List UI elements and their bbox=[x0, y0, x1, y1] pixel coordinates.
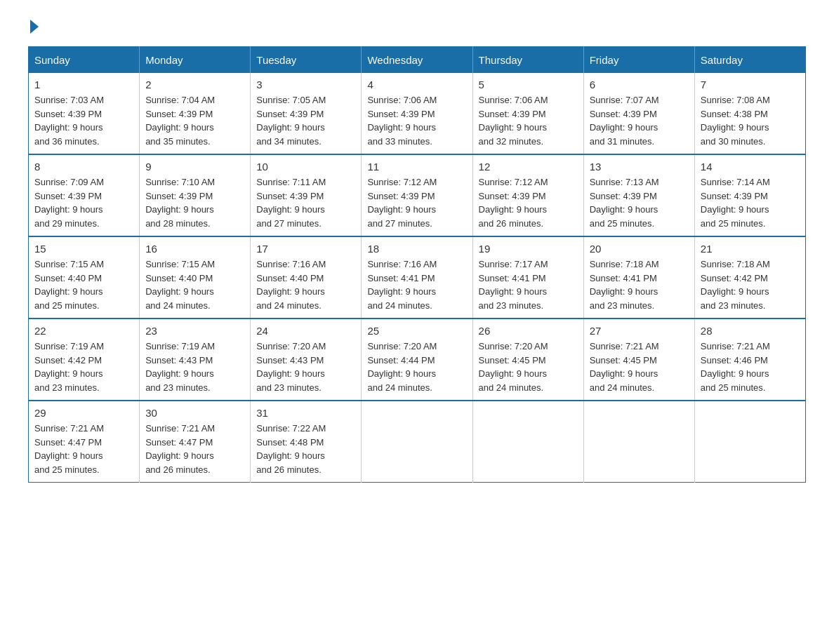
day-info: Sunrise: 7:21 AM Sunset: 4:45 PM Dayligh… bbox=[590, 340, 689, 394]
day-number: 7 bbox=[701, 79, 800, 90]
day-number: 18 bbox=[367, 243, 466, 255]
day-info: Sunrise: 7:15 AM Sunset: 4:40 PM Dayligh… bbox=[34, 257, 133, 312]
day-info: Sunrise: 7:20 AM Sunset: 4:44 PM Dayligh… bbox=[367, 340, 466, 394]
calendar-day-cell: 8 Sunrise: 7:09 AM Sunset: 4:39 PM Dayli… bbox=[29, 154, 140, 236]
calendar-day-cell bbox=[694, 401, 805, 483]
day-number: 14 bbox=[701, 161, 800, 173]
day-number: 17 bbox=[256, 243, 355, 255]
day-number: 30 bbox=[145, 407, 244, 419]
day-number: 19 bbox=[479, 243, 578, 255]
day-info: Sunrise: 7:09 AM Sunset: 4:39 PM Dayligh… bbox=[34, 175, 133, 230]
calendar-day-cell: 30 Sunrise: 7:21 AM Sunset: 4:47 PM Dayl… bbox=[140, 401, 251, 483]
calendar-day-cell: 19 Sunrise: 7:17 AM Sunset: 4:41 PM Dayl… bbox=[472, 236, 583, 318]
calendar-day-cell bbox=[362, 401, 472, 483]
day-number: 3 bbox=[256, 79, 355, 90]
day-info: Sunrise: 7:11 AM Sunset: 4:39 PM Dayligh… bbox=[256, 175, 355, 230]
calendar-day-cell: 23 Sunrise: 7:19 AM Sunset: 4:43 PM Dayl… bbox=[140, 318, 251, 401]
calendar-day-cell: 20 Sunrise: 7:18 AM Sunset: 4:41 PM Dayl… bbox=[583, 236, 694, 318]
calendar-day-cell: 6 Sunrise: 7:07 AM Sunset: 4:39 PM Dayli… bbox=[583, 73, 694, 154]
day-info: Sunrise: 7:07 AM Sunset: 4:39 PM Dayligh… bbox=[590, 93, 689, 148]
calendar-day-cell: 2 Sunrise: 7:04 AM Sunset: 4:39 PM Dayli… bbox=[140, 73, 251, 154]
day-info: Sunrise: 7:19 AM Sunset: 4:42 PM Dayligh… bbox=[34, 340, 133, 394]
calendar-day-cell: 9 Sunrise: 7:10 AM Sunset: 4:39 PM Dayli… bbox=[140, 154, 251, 236]
calendar-day-cell: 14 Sunrise: 7:14 AM Sunset: 4:39 PM Dayl… bbox=[694, 154, 805, 236]
day-number: 8 bbox=[34, 161, 133, 173]
day-info: Sunrise: 7:15 AM Sunset: 4:40 PM Dayligh… bbox=[145, 257, 244, 312]
calendar-day-cell: 13 Sunrise: 7:13 AM Sunset: 4:39 PM Dayl… bbox=[583, 154, 694, 236]
day-info: Sunrise: 7:21 AM Sunset: 4:47 PM Dayligh… bbox=[145, 422, 244, 476]
calendar-week-row: 15 Sunrise: 7:15 AM Sunset: 4:40 PM Dayl… bbox=[29, 236, 806, 318]
day-number: 23 bbox=[145, 325, 244, 337]
day-info: Sunrise: 7:20 AM Sunset: 4:43 PM Dayligh… bbox=[256, 340, 355, 394]
calendar-day-cell: 4 Sunrise: 7:06 AM Sunset: 4:39 PM Dayli… bbox=[362, 73, 472, 154]
day-number: 2 bbox=[145, 79, 244, 90]
day-info: Sunrise: 7:05 AM Sunset: 4:39 PM Dayligh… bbox=[256, 93, 355, 148]
calendar-day-cell: 10 Sunrise: 7:11 AM Sunset: 4:39 PM Dayl… bbox=[251, 154, 362, 236]
calendar-day-cell: 27 Sunrise: 7:21 AM Sunset: 4:45 PM Dayl… bbox=[583, 318, 694, 401]
day-number: 26 bbox=[479, 325, 578, 337]
calendar-day-cell: 31 Sunrise: 7:22 AM Sunset: 4:48 PM Dayl… bbox=[251, 401, 362, 483]
day-number: 28 bbox=[701, 325, 800, 337]
calendar-day-cell: 28 Sunrise: 7:21 AM Sunset: 4:46 PM Dayl… bbox=[694, 318, 805, 401]
day-info: Sunrise: 7:08 AM Sunset: 4:38 PM Dayligh… bbox=[701, 93, 800, 148]
calendar-day-cell: 24 Sunrise: 7:20 AM Sunset: 4:43 PM Dayl… bbox=[251, 318, 362, 401]
calendar-day-cell: 5 Sunrise: 7:06 AM Sunset: 4:39 PM Dayli… bbox=[472, 73, 583, 154]
day-info: Sunrise: 7:17 AM Sunset: 4:41 PM Dayligh… bbox=[479, 257, 578, 312]
day-number: 10 bbox=[256, 161, 355, 173]
day-info: Sunrise: 7:14 AM Sunset: 4:39 PM Dayligh… bbox=[701, 175, 800, 230]
day-info: Sunrise: 7:10 AM Sunset: 4:39 PM Dayligh… bbox=[145, 175, 244, 230]
day-info: Sunrise: 7:03 AM Sunset: 4:39 PM Dayligh… bbox=[34, 93, 133, 148]
day-info: Sunrise: 7:06 AM Sunset: 4:39 PM Dayligh… bbox=[479, 93, 578, 148]
calendar-day-cell: 1 Sunrise: 7:03 AM Sunset: 4:39 PM Dayli… bbox=[29, 73, 140, 154]
calendar-week-row: 1 Sunrise: 7:03 AM Sunset: 4:39 PM Dayli… bbox=[29, 73, 806, 154]
day-info: Sunrise: 7:12 AM Sunset: 4:39 PM Dayligh… bbox=[479, 175, 578, 230]
day-number: 9 bbox=[145, 161, 244, 173]
day-info: Sunrise: 7:18 AM Sunset: 4:41 PM Dayligh… bbox=[590, 257, 689, 312]
weekday-header-wednesday: Wednesday bbox=[362, 47, 472, 74]
weekday-header-row: SundayMondayTuesdayWednesdayThursdayFrid… bbox=[29, 47, 806, 74]
day-number: 22 bbox=[34, 325, 133, 337]
day-number: 15 bbox=[34, 243, 133, 255]
day-number: 21 bbox=[701, 243, 800, 255]
weekday-header-monday: Monday bbox=[140, 47, 251, 74]
day-number: 12 bbox=[479, 161, 578, 173]
day-info: Sunrise: 7:19 AM Sunset: 4:43 PM Dayligh… bbox=[145, 340, 244, 394]
day-number: 24 bbox=[256, 325, 355, 337]
calendar-day-cell: 15 Sunrise: 7:15 AM Sunset: 4:40 PM Dayl… bbox=[29, 236, 140, 318]
day-info: Sunrise: 7:22 AM Sunset: 4:48 PM Dayligh… bbox=[256, 422, 355, 476]
day-number: 16 bbox=[145, 243, 244, 255]
calendar-day-cell: 17 Sunrise: 7:16 AM Sunset: 4:40 PM Dayl… bbox=[251, 236, 362, 318]
day-number: 13 bbox=[590, 161, 689, 173]
day-number: 4 bbox=[367, 79, 466, 90]
calendar-day-cell: 16 Sunrise: 7:15 AM Sunset: 4:40 PM Dayl… bbox=[140, 236, 251, 318]
day-info: Sunrise: 7:18 AM Sunset: 4:42 PM Dayligh… bbox=[701, 257, 800, 312]
day-info: Sunrise: 7:21 AM Sunset: 4:46 PM Dayligh… bbox=[701, 340, 800, 394]
day-info: Sunrise: 7:06 AM Sunset: 4:39 PM Dayligh… bbox=[367, 93, 466, 148]
day-number: 29 bbox=[34, 407, 133, 419]
weekday-header-thursday: Thursday bbox=[472, 47, 583, 74]
calendar-day-cell bbox=[583, 401, 694, 483]
calendar-table: SundayMondayTuesdayWednesdayThursdayFrid… bbox=[28, 46, 806, 483]
calendar-day-cell: 11 Sunrise: 7:12 AM Sunset: 4:39 PM Dayl… bbox=[362, 154, 472, 236]
calendar-day-cell: 22 Sunrise: 7:19 AM Sunset: 4:42 PM Dayl… bbox=[29, 318, 140, 401]
day-number: 6 bbox=[590, 79, 689, 90]
weekday-header-friday: Friday bbox=[583, 47, 694, 74]
logo-arrow-icon bbox=[30, 20, 39, 34]
calendar-day-cell: 7 Sunrise: 7:08 AM Sunset: 4:38 PM Dayli… bbox=[694, 73, 805, 154]
day-number: 25 bbox=[367, 325, 466, 337]
day-info: Sunrise: 7:16 AM Sunset: 4:40 PM Dayligh… bbox=[256, 257, 355, 312]
weekday-header-sunday: Sunday bbox=[29, 47, 140, 74]
calendar-week-row: 22 Sunrise: 7:19 AM Sunset: 4:42 PM Dayl… bbox=[29, 318, 806, 401]
day-number: 5 bbox=[479, 79, 578, 90]
calendar-day-cell bbox=[472, 401, 583, 483]
calendar-day-cell: 3 Sunrise: 7:05 AM Sunset: 4:39 PM Dayli… bbox=[251, 73, 362, 154]
calendar-day-cell: 26 Sunrise: 7:20 AM Sunset: 4:45 PM Dayl… bbox=[472, 318, 583, 401]
page-header bbox=[28, 21, 806, 32]
logo bbox=[28, 21, 39, 32]
calendar-day-cell: 25 Sunrise: 7:20 AM Sunset: 4:44 PM Dayl… bbox=[362, 318, 472, 401]
day-info: Sunrise: 7:04 AM Sunset: 4:39 PM Dayligh… bbox=[145, 93, 244, 148]
calendar-week-row: 29 Sunrise: 7:21 AM Sunset: 4:47 PM Dayl… bbox=[29, 401, 806, 483]
weekday-header-saturday: Saturday bbox=[694, 47, 805, 74]
calendar-day-cell: 12 Sunrise: 7:12 AM Sunset: 4:39 PM Dayl… bbox=[472, 154, 583, 236]
day-number: 11 bbox=[367, 161, 466, 173]
